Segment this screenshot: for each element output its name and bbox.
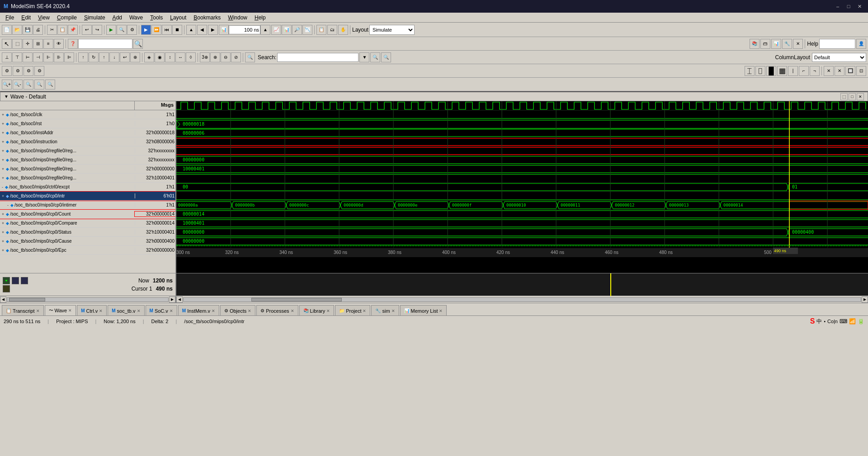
layout-select[interactable]: Simulate [369, 25, 415, 35]
settings-btn4[interactable]: ⚙ [34, 66, 44, 76]
wave-zoom4[interactable]: ⊘ [231, 52, 241, 62]
signal-row-clk[interactable]: + ◆ /soc_tb/soc0/clk 1'h1 [0, 110, 175, 119]
scroll-left-arrow-right[interactable]: ◀ [176, 296, 183, 303]
project-close[interactable]: ✕ [363, 309, 366, 313]
layout-tool1[interactable]: 📋 [316, 25, 326, 35]
wave-pin6[interactable]: ⊪ [54, 52, 64, 62]
menu-file[interactable]: File [2, 14, 18, 22]
lib-btn4[interactable]: 🔧 [782, 39, 792, 49]
run-btn[interactable]: ▶ [106, 25, 116, 35]
ctrl-close[interactable]: ✕ [99, 309, 103, 313]
scroll-track-left[interactable] [7, 297, 169, 302]
right-scrollbar-area[interactable]: ◀ ▶ [176, 296, 868, 303]
search-go1[interactable]: 🔍 [370, 52, 380, 62]
wave-shape2[interactable]: ⌷ [755, 66, 765, 76]
lib-btn1[interactable]: 📚 [750, 39, 760, 49]
signal-row-rst[interactable]: + ◆ /soc_tb/soc0/rst 1'h0 [0, 119, 175, 128]
wave-zoom2[interactable]: ⊕ [210, 52, 220, 62]
wave-tool1[interactable]: 📈 [271, 25, 281, 35]
soc-close[interactable]: ✕ [170, 309, 173, 313]
add-sig-btn[interactable]: ↑ [78, 52, 88, 62]
wave-fmt2[interactable]: ◉ [155, 52, 165, 62]
wave-nav-right[interactable]: ▶ [208, 25, 218, 35]
signal-row-epc[interactable]: + ◆ /soc_tb/soc0/mips0/cp0/Epc 32'h00000… [0, 246, 175, 255]
signal-scroll-area[interactable]: + ◆ /soc_tb/soc0/clk 1'h1 + ◆ /soc_tb/so… [0, 110, 175, 273]
wave-pin4[interactable]: ⊣ [33, 52, 43, 62]
layout-tool2[interactable]: 🗂 [327, 25, 337, 35]
struct-btn[interactable]: ⊞ [33, 39, 43, 49]
select-btn[interactable]: ↖ [2, 39, 12, 49]
wave-undock[interactable]: ⬚ [840, 93, 848, 100]
zoom-in-btn[interactable]: 🔍+ [2, 80, 12, 89]
library-close[interactable]: ✕ [326, 309, 330, 313]
wave-tool2[interactable]: 📊 [282, 25, 292, 35]
signal-row-reg5[interactable]: + ◆ /soc_tb/soc0/mips0/regfile0/reg... 3… [0, 155, 175, 165]
signal-row-count[interactable]: + ◆ /soc_tb/soc0/mips0/cp0/Count 32'h000… [0, 210, 175, 219]
signal-row-intr[interactable]: + ◆ /soc_tb/soc0/mips0/cp0/intr 6'h01 [0, 192, 175, 201]
menu-view[interactable]: View [34, 14, 53, 22]
zoom-fit-btn[interactable]: 🔍 [34, 80, 44, 89]
cut-btn[interactable]: ✂ [47, 25, 57, 35]
menu-bookmarks[interactable]: Bookmarks [190, 14, 224, 22]
column-layout-select[interactable]: Default [812, 53, 866, 62]
tab-memlist[interactable]: 📊 Memory List ✕ [400, 305, 447, 315]
search-go2[interactable]: 🔍 [381, 52, 391, 62]
add-del-btn[interactable]: ⊕ [130, 52, 140, 62]
signal-row-excpt[interactable]: - ◆ /soc_tb/soc0/mips0/ctrl0/excpt 1'h1 [0, 183, 175, 192]
tab-ctrl[interactable]: M Ctrl.v ✕ [77, 305, 107, 315]
add-up-btn[interactable]: ↑ [99, 52, 109, 62]
help-icon-btn[interactable]: ❓ [68, 39, 78, 49]
wave-pin5[interactable]: ⊩ [43, 52, 53, 62]
wave-zoom1[interactable]: 3⊕ [200, 52, 210, 62]
help-input2[interactable] [819, 39, 855, 49]
expand-clk[interactable]: + [2, 113, 4, 117]
sim-close[interactable]: ✕ [392, 309, 395, 313]
menu-layout[interactable]: Layout [166, 14, 190, 22]
wave-cursor3[interactable]: 🔲 [845, 66, 855, 76]
wave-pin1[interactable]: ⊥ [2, 52, 12, 62]
lib-btn5[interactable]: ✕ [793, 39, 803, 49]
menu-add[interactable]: Add [109, 14, 126, 22]
objects-close[interactable]: ✕ [248, 309, 251, 313]
signal-row-intimer[interactable]: - ◆ /soc_tb/soc0/mips0/cp0/intimer 1'h1 [0, 201, 175, 210]
scroll-right-arrow-right[interactable]: ▶ [862, 296, 868, 303]
wave-cursor4[interactable]: ⊡ [856, 66, 866, 76]
signal-row-reg7[interactable]: + ◆ /soc_tb/soc0/mips0/regfile0/reg... 3… [0, 174, 175, 183]
wave-shape6[interactable]: ⌐ [799, 66, 809, 76]
signal-row-status[interactable]: + ◆ /soc_tb/soc0/mips0/cp0/Status 32'h10… [0, 228, 175, 237]
open-btn[interactable]: 📂 [12, 25, 22, 35]
tab-library[interactable]: 📚 Library ✕ [299, 305, 335, 315]
wave-nav-left[interactable]: ◀ [197, 25, 207, 35]
scroll-right-arrow-left[interactable]: ▶ [169, 296, 175, 303]
hier-btn[interactable]: ≡ [43, 39, 53, 49]
menu-edit[interactable]: Edit [18, 14, 34, 22]
wave-pin3[interactable]: ⊢ [23, 52, 33, 62]
tab-soctb[interactable]: M soc_tb.v ✕ [108, 305, 144, 315]
add-wave-btn[interactable]: ↩ [120, 52, 130, 62]
add-clk-btn[interactable]: ↻ [89, 52, 99, 62]
settings-btn3[interactable]: ⚙ [24, 66, 33, 76]
wave-shape4[interactable]: ▦ [777, 66, 787, 76]
wave-shape3[interactable]: █ [766, 66, 776, 76]
processes-close[interactable]: ✕ [291, 309, 294, 313]
wave-view-btn[interactable]: 📊 [219, 25, 229, 35]
tab-soc[interactable]: M SoC.v ✕ [146, 305, 177, 315]
compile-btn[interactable]: ⚙ [127, 25, 137, 35]
sim-run-btn[interactable]: ▶ [141, 25, 151, 35]
wave-maximize[interactable]: □ [849, 93, 856, 100]
zoom-all-btn[interactable]: 🔍 [24, 80, 33, 89]
soctb-close[interactable]: ✕ [137, 309, 141, 313]
zoom-out-btn[interactable]: 🔍- [13, 80, 23, 89]
sim-restart-btn[interactable]: ⏮ [162, 25, 172, 35]
print-btn[interactable]: 🖨 [33, 25, 43, 35]
save-btn[interactable]: 💾 [23, 25, 33, 35]
new-btn[interactable]: 📄 [2, 25, 12, 35]
close-button[interactable]: ✕ [854, 2, 864, 10]
settings-btn1[interactable]: ⚙ [2, 66, 12, 76]
hand-tool[interactable]: ✋ [338, 25, 348, 35]
tab-wave[interactable]: 〜 Wave ✕ [45, 305, 76, 315]
undo-btn[interactable]: ↩ [82, 25, 92, 35]
wave-tool4[interactable]: 📉 [302, 25, 312, 35]
waveform-display[interactable]: 00000018 08000006 00000000 [176, 101, 868, 273]
wave-close[interactable]: ✕ [857, 93, 864, 100]
